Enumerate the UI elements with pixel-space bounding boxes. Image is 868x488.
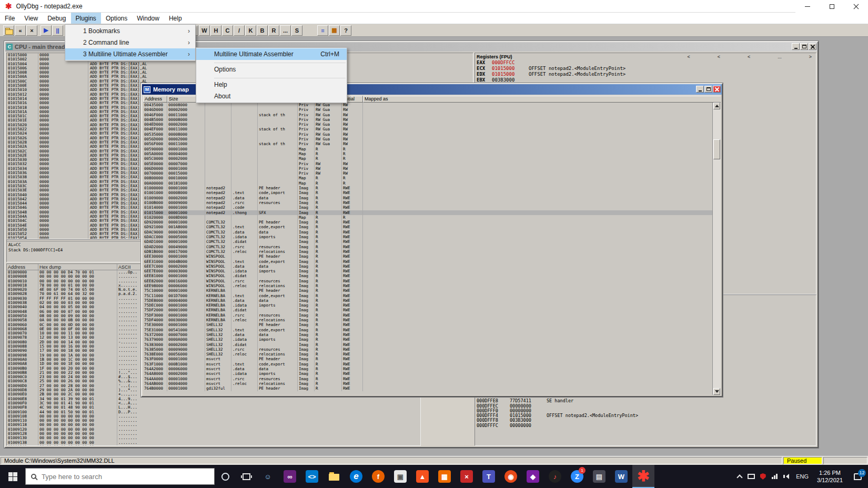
menu-help[interactable]: Help [164,13,187,24]
menu-view[interactable]: View [19,13,43,24]
memory-map-row[interactable]: 76372000 00007000 SHELL32 .data data Ima… [143,332,712,337]
handles-button[interactable]: H [210,25,221,36]
tray-expand-button[interactable] [734,465,745,488]
x-app-icon[interactable]: × [456,465,478,488]
word-icon[interactable]: W [610,465,632,488]
file-explorer-icon[interactable] [323,465,345,488]
menu-separator[interactable] [196,75,347,79]
memory-map-row[interactable]: 75DF4000 00030000 KERNELBA .reloc reloca… [143,318,712,322]
memory-map-row[interactable]: 6EE82000 00016000 WINSPOOL .rsrc resourc… [143,279,712,283]
purple-app-icon[interactable]: ◆ [522,465,544,488]
close-button[interactable] [844,0,868,13]
memory-map-row[interactable]: 01020000 0008D000 Map R R [143,215,712,220]
action-center-button[interactable]: 12 [847,473,868,480]
dump-header-hex[interactable]: Hex dump [38,264,117,270]
memory-map-row[interactable]: 6EE7C000 00002000 WINSPOOL .data data Im… [143,264,712,269]
memory-map-row[interactable]: 763F0000 00001000 msvcrt PE header Imag … [143,357,712,361]
flame-app-icon[interactable]: ▲ [411,465,433,488]
menu-file[interactable]: File [0,13,19,24]
memory-map-row[interactable]: 0046F000 00011000 stack of th Priv RW Gu… [143,113,712,117]
open-file-button[interactable] [3,25,14,36]
tray-volume-button[interactable] [780,465,792,488]
memory-map-scrollbar[interactable] [712,103,721,395]
memory-map-row[interactable]: 764B0000 00001000 gdi32ful PE header Ima… [143,386,712,391]
windows-button[interactable]: W [199,25,210,36]
memory-map-row[interactable]: 004B5000 00008000 Priv RW Gua RW [143,117,712,122]
memory-map-row[interactable]: 6EE98000 00006000 WINSPOOL .reloc reloca… [143,283,712,288]
minimize-button[interactable] [795,0,820,13]
scroll-thumb[interactable] [713,139,720,159]
dump-row[interactable]: 01009110 00 00 00 00 00 00 00 00 .......… [7,419,420,423]
memory-map-row[interactable]: 00A00000 00181000 Map R R [143,181,712,186]
restart-button[interactable]: « [15,25,26,36]
column-header-address[interactable]: Address [143,96,167,103]
maximize-button[interactable] [820,0,844,13]
memory-map-row[interactable]: 01009000 00002000 notepad2 .data data Im… [143,196,712,200]
memory-map-row[interactable]: 6EE31000 0004B000 WINSPOOL .text code,ex… [143,259,712,264]
task-view-button[interactable] [236,465,257,488]
memory-map-row[interactable]: 00535000 00008000 Priv RW Gua RW [143,132,712,137]
memory-map-row[interactable]: 01015000 00001000 notepad2 .thong SFX Im… [143,210,712,215]
menu-separator[interactable] [196,60,347,64]
swirl-app-icon[interactable]: ◉ [500,465,522,488]
memory-map-row[interactable]: 75E30000 00001000 SHELL32 PE header Imag… [143,322,712,327]
memmap-maximize-button[interactable] [704,86,712,93]
submenu-item-multiline-ultimate-assembler[interactable]: Multiline Ultimate Assembler Ctrl+M [196,48,347,60]
firefox-icon[interactable]: f [367,465,389,488]
memory-map-row[interactable]: 0046D000 00002000 Priv RW Gua RW [143,107,712,112]
cortana-button[interactable] [215,465,236,488]
cpu-close-button[interactable] [809,43,816,50]
memory-map-row[interactable]: 004EF000 00011000 stack of th Priv RW Gu… [143,127,712,131]
memory-map-row[interactable]: 76383000 00002000 SHELL32 .didat Imag R … [143,342,712,347]
patches-button[interactable]: / [234,25,245,36]
register-row[interactable]: EDX 01015000 OFFSET notepad2.<ModuleEntr… [475,72,816,77]
memory-map-row[interactable]: 0100B000 00009000 notepad2 .rsrc resourc… [143,200,712,205]
dump-row[interactable]: 01009138 00 00 00 00 00 00 00 00 .......… [7,441,420,445]
people-icon[interactable]: ☺ [257,465,279,488]
memory-map-row[interactable]: 01000000 00001000 notepad2 PE header Ima… [143,186,712,190]
cpu-button[interactable]: C [222,25,233,36]
close-program-button[interactable]: × [26,25,37,36]
taskbar-search[interactable] [25,468,215,485]
memory-map-row[interactable]: 7638E000 00056000 SHELL32 .reloc relocat… [143,352,712,357]
teams-icon[interactable]: T [478,465,500,488]
memory-map-row[interactable]: 0056D000 00002000 Priv RW Gua RW [143,137,712,141]
run-button[interactable]: ▶ [41,25,52,36]
stack-row[interactable]: 000DFFFC 00000000 [475,423,816,428]
dump-row[interactable]: 01009118 00 00 00 00 00 00 00 00 .......… [7,423,420,427]
menu-item-multiline-ultimate-assembler[interactable]: 3 Multiline Ultimate Assembler › [65,48,195,60]
cpu-minimize-button[interactable] [792,43,800,50]
column-header-mapped-as[interactable]: Mapped as [363,96,721,103]
pause-button[interactable]: || [52,25,63,36]
dump-header-address[interactable]: Address [7,264,38,270]
menu-item-bookmarks[interactable]: 1 Bookmarks › [65,25,195,37]
ollydbg-icon[interactable]: ✱ [632,465,654,488]
memory-map-row[interactable]: 01001000 00008000 notepad2 .text code,im… [143,190,712,195]
language-indicator[interactable]: ENG [792,473,813,480]
memory-map-row[interactable]: 005A0000 00004000 Map R R [143,151,712,156]
memory-map-row[interactable]: 6EE81000 00001000 WINSPOOL .didat Imag R… [143,273,712,278]
memory-map-row[interactable]: 6EE7E000 00003000 WINSPOOL .idata import… [143,269,712,273]
memory-map-row[interactable]: 0056F000 00011000 stack of th Priv RW Gu… [143,141,712,146]
memory-map-row[interactable]: 764A8000 00002000 msvcrt .idata imports … [143,371,712,376]
memmap-minimize-button[interactable] [696,86,704,93]
light-app-icon[interactable]: ▣ [389,465,411,488]
memory-map-row[interactable]: 6DACC000 00005000 COMCTL32 .idata import… [143,235,712,239]
memory-map-row[interactable]: 6DAD2000 00049000 COMCTL32 .rsrc resourc… [143,245,712,249]
notes-app-icon[interactable]: ▤ [588,465,610,488]
memory-map-row[interactable]: 76385000 00009000 SHELL32 .rsrc resource… [143,347,712,352]
submenu-item-options[interactable]: Options [196,64,347,75]
source-button[interactable]: S [291,25,302,36]
run-trace-button[interactable]: ... [280,25,291,36]
memory-map-row[interactable]: 6EE30000 00001000 WINSPOOL PE header Ima… [143,254,712,259]
appearance-button[interactable]: ▦ [329,25,340,36]
memory-map-row[interactable]: 75E31000 00541000 SHELL32 .text code,exp… [143,328,712,332]
memory-map-row[interactable]: 763F1000 000B1000 msvcrt .text code,expo… [143,362,712,367]
breakpoints-button[interactable]: B [257,25,268,36]
start-button[interactable] [0,465,25,488]
help-button[interactable]: ? [340,25,351,36]
media-app-icon[interactable]: ♪ [544,465,566,488]
dump-row[interactable]: 01009130 00 00 00 00 00 00 00 00 .......… [7,436,420,440]
dump-row[interactable]: 01009100 44 90 00 01 50 90 00 01 D...P..… [7,410,420,414]
register-row[interactable]: EBX 003B3000 [475,77,816,83]
